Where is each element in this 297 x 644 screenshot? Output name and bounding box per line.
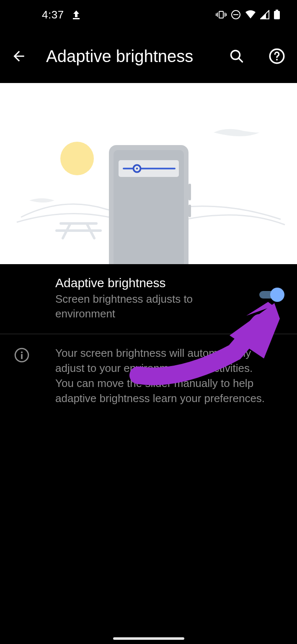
- help-button[interactable]: [265, 44, 289, 68]
- battery-icon: [274, 10, 280, 20]
- setting-subtitle: Screen brightness adjusts to environment: [55, 292, 231, 321]
- vibrate-icon: [216, 10, 227, 19]
- app-bar: Adaptive brightness: [0, 29, 297, 83]
- svg-rect-28: [21, 354, 23, 359]
- arrow-back-icon: [11, 48, 27, 64]
- page-title: Adaptive brightness: [46, 47, 208, 66]
- wifi-icon: [245, 10, 256, 19]
- adaptive-brightness-toggle[interactable]: [259, 288, 282, 301]
- svg-point-12: [276, 59, 278, 60]
- svg-rect-0: [219, 11, 223, 18]
- status-right: [216, 10, 280, 20]
- nav-handle[interactable]: [113, 637, 184, 640]
- status-bar: 4:37: [0, 0, 297, 29]
- search-icon: [229, 49, 244, 64]
- help-icon: [269, 48, 285, 65]
- do-not-disturb-icon: [231, 10, 241, 20]
- svg-point-25: [136, 168, 138, 170]
- svg-rect-8: [276, 10, 278, 11]
- svg-point-27: [21, 351, 23, 353]
- adaptive-brightness-setting[interactable]: Adaptive brightness Screen brightness ad…: [0, 264, 297, 334]
- info-text: Your screen brightness will automaticall…: [55, 346, 272, 406]
- illustration: [0, 83, 297, 264]
- toggle-thumb: [270, 288, 284, 302]
- signal-icon: [260, 10, 269, 19]
- info-row: Your screen brightness will automaticall…: [0, 334, 297, 418]
- info-icon: [14, 348, 29, 363]
- search-button[interactable]: [225, 44, 248, 68]
- svg-rect-7: [274, 11, 280, 19]
- svg-line-10: [239, 58, 243, 62]
- svg-rect-20: [189, 184, 191, 200]
- upload-icon: [72, 10, 81, 20]
- status-left: 4:37: [42, 8, 81, 21]
- svg-point-13: [60, 142, 94, 175]
- back-button[interactable]: [8, 46, 29, 67]
- status-time: 4:37: [42, 8, 64, 21]
- setting-title: Adaptive brightness: [55, 276, 285, 290]
- svg-rect-21: [189, 205, 191, 217]
